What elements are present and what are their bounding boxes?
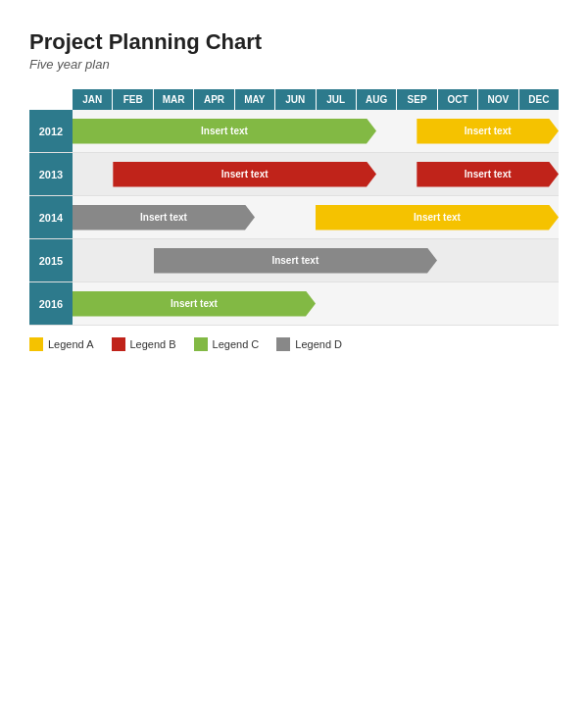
month-header-jul: JUL xyxy=(317,89,357,110)
gantt-area-2016: Insert text xyxy=(73,282,559,325)
legend-item-1: Legend B xyxy=(112,337,176,351)
legend-label-0: Legend A xyxy=(48,338,94,350)
gantt-area-2013: Insert textInsert text xyxy=(73,153,559,195)
legend-color-box-1 xyxy=(112,337,125,351)
legend-label-1: Legend B xyxy=(130,338,176,350)
gantt-row-2012: 2012Insert textInsert text xyxy=(29,110,559,153)
month-header-feb: FEB xyxy=(113,89,153,110)
chart-header: JANFEBMARAPRMAYJUNJULAUGSEPOCTNOVDEC xyxy=(73,89,559,110)
chart-wrapper: JANFEBMARAPRMAYJUNJULAUGSEPOCTNOVDEC 201… xyxy=(29,89,559,326)
legend-label-2: Legend C xyxy=(213,338,260,350)
legend-color-box-2 xyxy=(194,337,208,351)
page: Project Planning Chart Five year plan JA… xyxy=(0,0,588,716)
year-label-2014: 2014 xyxy=(29,196,73,238)
legend: Legend ALegend BLegend CLegend D xyxy=(29,337,559,351)
month-header-jan: JAN xyxy=(73,89,113,110)
legend-color-box-3 xyxy=(276,337,290,351)
month-header-dec: DEC xyxy=(519,89,559,110)
gantt-row-2013: 2013Insert textInsert text xyxy=(29,153,559,196)
gantt-row-2016: 2016Insert text xyxy=(29,282,559,326)
month-header-nov: NOV xyxy=(478,89,518,110)
bar-2012-0: Insert text xyxy=(73,119,376,144)
bar-2015-0: Insert text xyxy=(154,248,437,274)
bar-2014-1: Insert text xyxy=(316,205,559,230)
year-label-2016: 2016 xyxy=(29,282,73,325)
gantt-area-2015: Insert text xyxy=(73,239,559,281)
year-label-2013: 2013 xyxy=(29,153,73,195)
legend-item-3: Legend D xyxy=(276,337,342,351)
month-header-aug: AUG xyxy=(357,89,397,110)
gantt-area-2014: Insert textInsert text xyxy=(73,196,559,238)
gantt-area-2012: Insert textInsert text xyxy=(73,110,559,152)
gantt-row-2014: 2014Insert textInsert text xyxy=(29,196,559,239)
month-header-mar: MAR xyxy=(154,89,194,110)
bar-2013-0: Insert text xyxy=(113,162,376,187)
legend-color-box-0 xyxy=(29,337,43,351)
bar-2014-0: Insert text xyxy=(73,205,255,230)
legend-item-0: Legend A xyxy=(29,337,94,351)
month-header-may: MAY xyxy=(235,89,275,110)
legend-item-2: Legend C xyxy=(194,337,260,351)
month-header-sep: SEP xyxy=(397,89,437,110)
month-header-oct: OCT xyxy=(438,89,478,110)
bar-2016-0: Insert text xyxy=(73,291,316,317)
page-title: Project Planning Chart xyxy=(29,29,559,55)
month-header-apr: APR xyxy=(194,89,234,110)
page-subtitle: Five year plan xyxy=(29,57,559,72)
gantt-rows: 2012Insert textInsert text2013Insert tex… xyxy=(29,110,559,326)
year-label-2015: 2015 xyxy=(29,239,73,281)
month-header-jun: JUN xyxy=(275,89,316,110)
bar-2012-1: Insert text xyxy=(416,119,559,144)
bar-2013-1: Insert text xyxy=(416,162,559,187)
gantt-row-2015: 2015Insert text xyxy=(29,239,559,282)
legend-label-3: Legend D xyxy=(295,338,342,350)
year-label-2012: 2012 xyxy=(29,110,73,152)
